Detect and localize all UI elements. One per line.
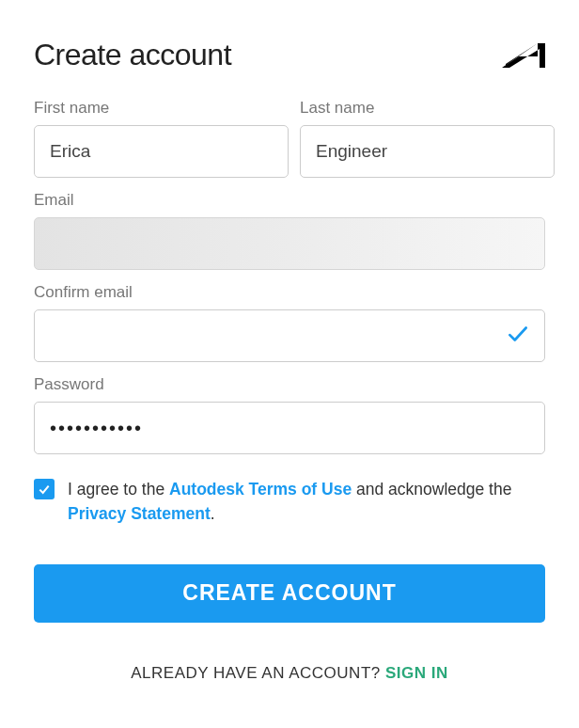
- terms-of-use-link[interactable]: Autodesk Terms of Use: [169, 480, 352, 499]
- already-have-account-text: ALREADY HAVE AN ACCOUNT?: [131, 664, 385, 682]
- email-input[interactable]: [34, 217, 545, 270]
- consent-checkbox[interactable]: [34, 479, 55, 499]
- password-input[interactable]: •••••••••••: [34, 402, 545, 454]
- last-name-input[interactable]: [300, 125, 555, 178]
- checkmark-icon: [506, 322, 530, 350]
- consent-suffix: .: [211, 504, 215, 523]
- confirm-email-label: Confirm email: [34, 283, 545, 302]
- create-account-button[interactable]: CREATE ACCOUNT: [34, 564, 545, 623]
- autodesk-logo-icon: [502, 38, 545, 71]
- confirm-email-input[interactable]: [34, 309, 545, 362]
- privacy-statement-link[interactable]: Privacy Statement: [68, 504, 211, 523]
- consent-text: I agree to the Autodesk Terms of Use and…: [68, 477, 545, 527]
- first-name-input[interactable]: [34, 125, 289, 178]
- password-label: Password: [34, 375, 545, 394]
- email-label: Email: [34, 191, 545, 210]
- consent-prefix: I agree to the: [68, 480, 169, 499]
- footer-text: ALREADY HAVE AN ACCOUNT? SIGN IN: [34, 664, 545, 683]
- last-name-label: Last name: [300, 99, 555, 118]
- page-title: Create account: [34, 38, 231, 72]
- consent-middle: and acknowledge the: [352, 480, 511, 499]
- first-name-label: First name: [34, 99, 289, 118]
- sign-in-link[interactable]: SIGN IN: [385, 664, 448, 682]
